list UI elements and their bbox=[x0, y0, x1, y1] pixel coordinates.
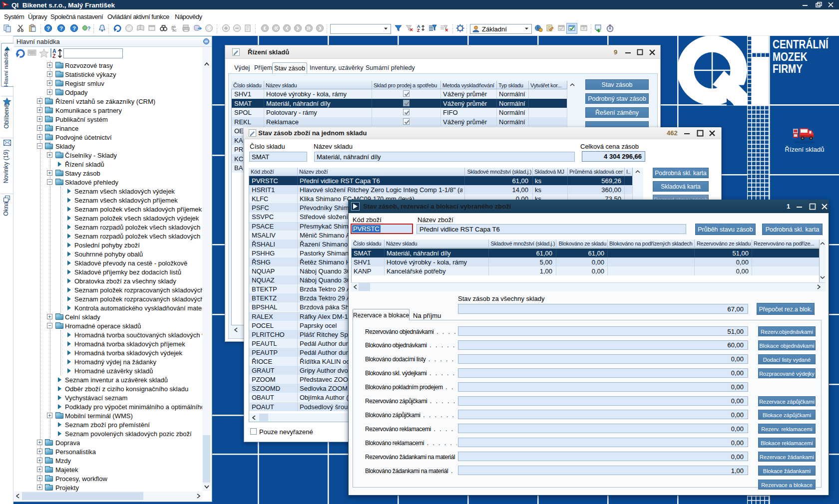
svg-text:?: ? bbox=[59, 25, 63, 31]
svg-text:?: ? bbox=[72, 25, 76, 31]
svg-text:?: ? bbox=[46, 25, 50, 31]
svg-text:Z: Z bbox=[417, 28, 420, 32]
svg-text:ac: ac bbox=[172, 28, 176, 32]
svg-text:?: ? bbox=[87, 26, 90, 31]
